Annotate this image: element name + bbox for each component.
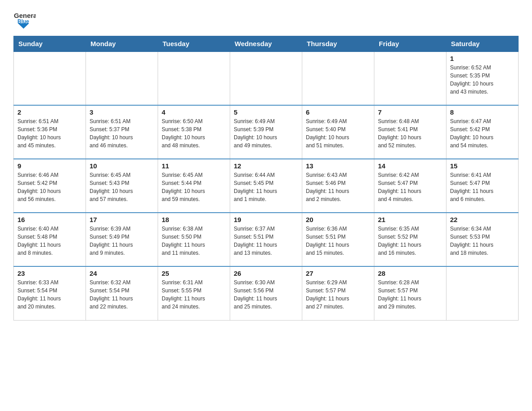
day-info: Sunrise: 6:46 AMSunset: 5:42 PMDaylight:…	[17, 171, 82, 203]
day-info: Sunrise: 6:47 AMSunset: 5:42 PMDaylight:…	[450, 117, 515, 150]
day-info: Sunrise: 6:37 AMSunset: 5:51 PMDaylight:…	[234, 225, 298, 257]
calendar-week-3: 9Sunrise: 6:46 AMSunset: 5:42 PMDaylight…	[14, 159, 519, 213]
day-info: Sunrise: 6:51 AMSunset: 5:36 PMDaylight:…	[17, 117, 82, 150]
day-info: Sunrise: 6:51 AMSunset: 5:37 PMDaylight:…	[90, 117, 154, 150]
day-number: 6	[306, 108, 370, 116]
day-number: 24	[90, 270, 154, 277]
calendar-week-2: 2Sunrise: 6:51 AMSunset: 5:36 PMDaylight…	[14, 105, 519, 159]
calendar-cell: 24Sunrise: 6:32 AMSunset: 5:54 PMDayligh…	[86, 266, 158, 320]
weekday-header-sunday: Sunday	[14, 36, 86, 52]
day-info: Sunrise: 6:31 AMSunset: 5:55 PMDaylight:…	[162, 278, 226, 311]
calendar-cell: 11Sunrise: 6:45 AMSunset: 5:44 PMDayligh…	[158, 159, 230, 213]
day-info: Sunrise: 6:41 AMSunset: 5:47 PMDaylight:…	[450, 171, 515, 203]
calendar-cell: 21Sunrise: 6:35 AMSunset: 5:52 PMDayligh…	[374, 213, 446, 266]
calendar-table: SundayMondayTuesdayWednesdayThursdayFrid…	[13, 36, 519, 321]
calendar-cell	[302, 51, 374, 105]
calendar-cell: 19Sunrise: 6:37 AMSunset: 5:51 PMDayligh…	[230, 213, 302, 266]
day-number: 20	[306, 216, 370, 223]
day-info: Sunrise: 6:50 AMSunset: 5:38 PMDaylight:…	[162, 117, 226, 150]
calendar-cell	[86, 51, 158, 105]
day-info: Sunrise: 6:28 AMSunset: 5:57 PMDaylight:…	[378, 278, 442, 311]
calendar-cell: 4Sunrise: 6:50 AMSunset: 5:38 PMDaylight…	[158, 105, 230, 159]
day-info: Sunrise: 6:30 AMSunset: 5:56 PMDaylight:…	[234, 278, 298, 311]
day-info: Sunrise: 6:35 AMSunset: 5:52 PMDaylight:…	[378, 225, 442, 257]
day-number: 7	[378, 108, 442, 116]
day-number: 5	[234, 108, 298, 116]
calendar-cell: 12Sunrise: 6:44 AMSunset: 5:45 PMDayligh…	[230, 159, 302, 213]
day-info: Sunrise: 6:39 AMSunset: 5:49 PMDaylight:…	[90, 225, 154, 257]
calendar-cell: 22Sunrise: 6:34 AMSunset: 5:53 PMDayligh…	[446, 213, 519, 266]
day-info: Sunrise: 6:38 AMSunset: 5:50 PMDaylight:…	[162, 225, 226, 257]
calendar-cell: 27Sunrise: 6:29 AMSunset: 5:57 PMDayligh…	[302, 266, 374, 320]
logo-svg: General Blue	[13, 9, 36, 31]
calendar-cell: 8Sunrise: 6:47 AMSunset: 5:42 PMDaylight…	[446, 105, 519, 159]
calendar-cell: 2Sunrise: 6:51 AMSunset: 5:36 PMDaylight…	[14, 105, 86, 159]
day-info: Sunrise: 6:45 AMSunset: 5:44 PMDaylight:…	[162, 171, 226, 203]
day-number: 1	[450, 55, 515, 62]
day-info: Sunrise: 6:32 AMSunset: 5:54 PMDaylight:…	[90, 278, 154, 311]
calendar-cell: 3Sunrise: 6:51 AMSunset: 5:37 PMDaylight…	[86, 105, 158, 159]
weekday-header-friday: Friday	[374, 36, 446, 52]
weekday-header-thursday: Thursday	[302, 36, 374, 52]
calendar-cell: 7Sunrise: 6:48 AMSunset: 5:41 PMDaylight…	[374, 105, 446, 159]
calendar-cell: 5Sunrise: 6:49 AMSunset: 5:39 PMDaylight…	[230, 105, 302, 159]
calendar-cell: 9Sunrise: 6:46 AMSunset: 5:42 PMDaylight…	[14, 159, 86, 213]
day-info: Sunrise: 6:52 AMSunset: 5:35 PMDaylight:…	[450, 64, 515, 96]
day-number: 14	[378, 162, 442, 170]
day-number: 9	[17, 162, 82, 170]
calendar-week-1: 1Sunrise: 6:52 AMSunset: 5:35 PMDaylight…	[14, 51, 519, 105]
day-info: Sunrise: 6:45 AMSunset: 5:43 PMDaylight:…	[90, 171, 154, 203]
calendar-cell: 15Sunrise: 6:41 AMSunset: 5:47 PMDayligh…	[446, 159, 519, 213]
day-number: 19	[234, 216, 298, 223]
day-info: Sunrise: 6:49 AMSunset: 5:39 PMDaylight:…	[234, 117, 298, 150]
weekday-header-row: SundayMondayTuesdayWednesdayThursdayFrid…	[14, 36, 519, 52]
day-number: 21	[378, 216, 442, 223]
day-info: Sunrise: 6:42 AMSunset: 5:47 PMDaylight:…	[378, 171, 442, 203]
day-info: Sunrise: 6:33 AMSunset: 5:54 PMDaylight:…	[17, 278, 82, 311]
svg-text:Blue: Blue	[17, 18, 29, 25]
day-number: 16	[17, 216, 82, 223]
calendar-cell: 20Sunrise: 6:36 AMSunset: 5:51 PMDayligh…	[302, 213, 374, 266]
day-info: Sunrise: 6:40 AMSunset: 5:48 PMDaylight:…	[17, 225, 82, 257]
day-info: Sunrise: 6:36 AMSunset: 5:51 PMDaylight:…	[306, 225, 370, 257]
day-info: Sunrise: 6:43 AMSunset: 5:46 PMDaylight:…	[306, 171, 370, 203]
page-header: General Blue	[13, 9, 519, 31]
calendar-cell	[374, 51, 446, 105]
day-number: 17	[90, 216, 154, 223]
day-info: Sunrise: 6:44 AMSunset: 5:45 PMDaylight:…	[234, 171, 298, 203]
day-number: 8	[450, 108, 515, 116]
calendar-week-5: 23Sunrise: 6:33 AMSunset: 5:54 PMDayligh…	[14, 266, 519, 320]
calendar-cell: 13Sunrise: 6:43 AMSunset: 5:46 PMDayligh…	[302, 159, 374, 213]
day-number: 18	[162, 216, 226, 223]
weekday-header-wednesday: Wednesday	[230, 36, 302, 52]
day-number: 27	[306, 270, 370, 277]
calendar-cell: 23Sunrise: 6:33 AMSunset: 5:54 PMDayligh…	[14, 266, 86, 320]
day-number: 12	[234, 162, 298, 170]
calendar-cell: 17Sunrise: 6:39 AMSunset: 5:49 PMDayligh…	[86, 213, 158, 266]
day-info: Sunrise: 6:29 AMSunset: 5:57 PMDaylight:…	[306, 278, 370, 311]
day-number: 4	[162, 108, 226, 116]
day-number: 3	[90, 108, 154, 116]
calendar-cell: 25Sunrise: 6:31 AMSunset: 5:55 PMDayligh…	[158, 266, 230, 320]
calendar-cell: 26Sunrise: 6:30 AMSunset: 5:56 PMDayligh…	[230, 266, 302, 320]
day-number: 22	[450, 216, 515, 223]
day-number: 26	[234, 270, 298, 277]
day-number: 25	[162, 270, 226, 277]
day-number: 10	[90, 162, 154, 170]
calendar-cell	[446, 266, 519, 320]
day-info: Sunrise: 6:34 AMSunset: 5:53 PMDaylight:…	[450, 225, 515, 257]
calendar-cell: 28Sunrise: 6:28 AMSunset: 5:57 PMDayligh…	[374, 266, 446, 320]
day-number: 2	[17, 108, 82, 116]
day-number: 23	[17, 270, 82, 277]
calendar-cell: 16Sunrise: 6:40 AMSunset: 5:48 PMDayligh…	[14, 213, 86, 266]
calendar-cell	[14, 51, 86, 105]
calendar-cell: 1Sunrise: 6:52 AMSunset: 5:35 PMDaylight…	[446, 51, 519, 105]
day-number: 15	[450, 162, 515, 170]
logo: General Blue	[13, 9, 36, 31]
calendar-week-4: 16Sunrise: 6:40 AMSunset: 5:48 PMDayligh…	[14, 213, 519, 266]
calendar-cell	[158, 51, 230, 105]
calendar-cell: 10Sunrise: 6:45 AMSunset: 5:43 PMDayligh…	[86, 159, 158, 213]
day-number: 13	[306, 162, 370, 170]
day-info: Sunrise: 6:48 AMSunset: 5:41 PMDaylight:…	[378, 117, 442, 150]
calendar-cell: 14Sunrise: 6:42 AMSunset: 5:47 PMDayligh…	[374, 159, 446, 213]
